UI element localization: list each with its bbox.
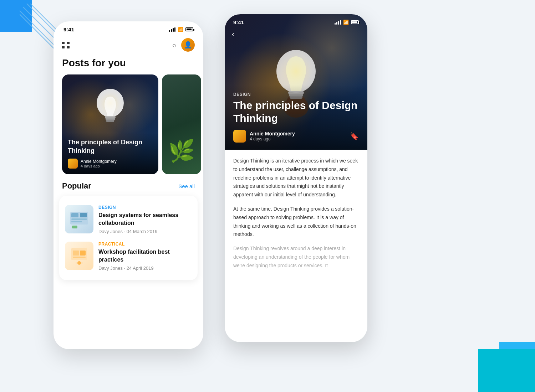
popular-item-meta-1: Davy Jones · 04 March 2019 [98, 229, 192, 234]
side-card-bg: 🌿 [162, 74, 201, 174]
bg-cyan-square-br [478, 349, 535, 392]
svg-rect-19 [73, 257, 86, 258]
phone1-header: ⌕ 👤 [54, 35, 203, 56]
popular-item-content-2: PRACTICAL Workshop facilitation best pra… [98, 242, 192, 271]
phone-article-screen: 9:41 📶 ‹ [225, 14, 367, 342]
design-thumb-art [68, 208, 90, 230]
popular-item-content-1: DESIGN Design systems for seamless colla… [98, 205, 192, 234]
card-author-info: Annie Montgomery 4 days ago [81, 159, 117, 168]
popular-item[interactable]: PRACTICAL Workshop facilitation best pra… [65, 238, 192, 274]
article-paragraph-1: Design Thinking is an iterative process … [233, 157, 359, 199]
popular-item[interactable]: DESIGN Design systems for seamless colla… [65, 201, 192, 238]
plant-icon: 🌿 [168, 138, 195, 164]
card-author-avatar [68, 159, 78, 169]
article-body: Design Thinking is an iterative process … [225, 150, 367, 277]
popular-section-title: Popular [62, 181, 91, 191]
bulb-illustration [89, 82, 132, 135]
hero-author-info: Annie Montgomery 4 days ago [250, 131, 295, 141]
user-avatar[interactable]: 👤 [181, 38, 195, 52]
card-author-row: Annie Montgomery 4 days ago [68, 159, 153, 169]
status-bar-1: 9:41 📶 [54, 21, 203, 35]
wifi-icon: 📶 [178, 27, 183, 32]
see-all-button[interactable]: See all [178, 183, 195, 189]
article-category: DESIGN [233, 92, 359, 97]
phones-wrapper: 9:41 📶 [54, 14, 535, 349]
battery-icon-2 [351, 20, 359, 24]
svg-rect-12 [80, 213, 87, 217]
status-icons-2: 📶 [335, 20, 359, 25]
back-button[interactable]: ‹ [232, 30, 234, 38]
popular-thumb-design [65, 205, 93, 233]
article-paragraph-3: Design Thinking revolves around a deep i… [233, 244, 359, 270]
svg-line-4 [20, 14, 55, 50]
svg-rect-11 [71, 213, 78, 217]
time-display-1: 9:41 [63, 26, 74, 32]
popular-item-title-1: Design systems for seamless collaboratio… [98, 211, 192, 227]
svg-rect-18 [80, 251, 86, 256]
hero-author-left: Annie Montgomery 4 days ago [233, 130, 295, 143]
svg-rect-14 [71, 221, 82, 222]
article-hero: 9:41 📶 ‹ [225, 14, 367, 150]
hero-author-avatar [233, 130, 246, 143]
popular-item-title-2: Workshop facilitation best practices [98, 248, 192, 263]
svg-rect-15 [72, 226, 77, 228]
header-actions: ⌕ 👤 [172, 38, 195, 52]
svg-rect-9 [106, 120, 114, 122]
bookmark-icon[interactable]: 🔖 [350, 132, 359, 140]
wifi-icon-2: 📶 [343, 20, 349, 25]
status-icons-1: 📶 [169, 27, 193, 32]
status-bar-2: 9:41 📶 [225, 14, 367, 28]
tag-practical: PRACTICAL [98, 242, 192, 247]
menu-dots-icon[interactable] [62, 42, 70, 48]
practical-thumb-art [68, 245, 90, 267]
phone-list-screen: 9:41 📶 [54, 21, 203, 349]
signal-icon [169, 27, 175, 32]
time-display-2: 9:41 [233, 19, 244, 25]
featured-card-side[interactable]: 🌿 [162, 74, 201, 174]
popular-item-meta-2: Davy Jones · 24 April 2019 [98, 265, 192, 271]
card-author-name: Annie Montgomery [81, 159, 117, 164]
featured-cards-row: The principles of Design Thinking Annie … [54, 74, 203, 174]
popular-thumb-practical [65, 242, 93, 270]
search-icon[interactable]: ⌕ [172, 41, 176, 49]
hero-author-date: 4 days ago [250, 136, 295, 141]
hero-author-name: Annie Montgomery [250, 131, 295, 136]
posts-section-title: Posts for you [54, 56, 203, 74]
hero-author-row: Annie Montgomery 4 days ago 🔖 [233, 130, 359, 143]
article-paragraph-2: At the same time, Design Thinking provid… [233, 205, 359, 239]
svg-rect-13 [71, 218, 87, 220]
featured-card-title: The principles of Design Thinking [68, 138, 153, 155]
hero-bottom-content: DESIGN The principles of Design Thinking… [225, 85, 367, 150]
battery-icon [185, 27, 193, 31]
card-text-overlay: The principles of Design Thinking Annie … [62, 133, 158, 174]
card-author-date: 4 days ago [81, 164, 117, 168]
featured-card-main[interactable]: The principles of Design Thinking Annie … [62, 74, 158, 174]
article-title: The principles of Design Thinking [233, 99, 359, 125]
svg-rect-17 [73, 251, 79, 256]
tag-design: DESIGN [98, 205, 192, 210]
signal-icon-2 [335, 20, 341, 25]
popular-header: Popular See all [54, 174, 203, 196]
popular-list-card: DESIGN Design systems for seamless colla… [59, 196, 198, 280]
